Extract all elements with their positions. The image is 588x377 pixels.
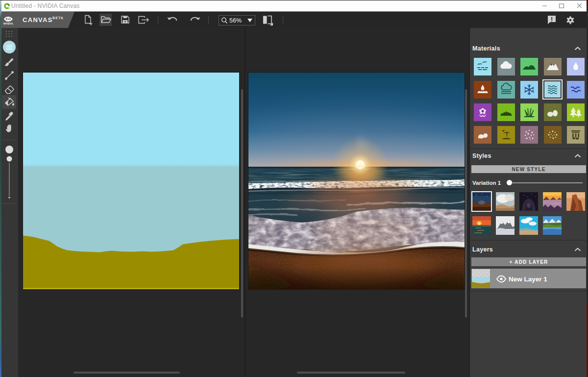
svg-text:NVIDIA.: NVIDIA. xyxy=(3,22,14,25)
